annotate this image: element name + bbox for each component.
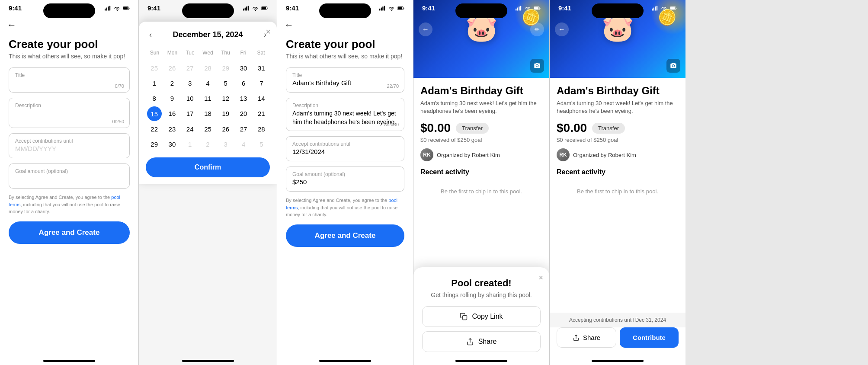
cal-cell[interactable]: 27 (235, 122, 252, 136)
goal-field-3[interactable]: Goal amount (optional) $250 (286, 166, 404, 192)
svg-rect-25 (652, 8, 653, 10)
back-button-1[interactable]: ← (7, 18, 16, 32)
accept-field-3[interactable]: Accept contributions until 12/31/2024 (286, 136, 404, 161)
cal-cell[interactable]: 5 (217, 76, 234, 90)
cal-cell[interactable]: 10 (182, 91, 199, 106)
cal-cell[interactable]: 31 (253, 61, 270, 75)
agree-create-button-1[interactable]: Agree and Create (9, 221, 130, 244)
status-bar-3: 9:41 (277, 0, 413, 14)
share-label-4: Share (478, 338, 497, 346)
cal-cell[interactable]: 1 (146, 76, 163, 90)
overlay-close-button[interactable]: × (538, 273, 543, 282)
pool-photo-button-5[interactable] (666, 59, 680, 73)
cal-cell[interactable]: 2 (199, 137, 216, 151)
cal-cell[interactable]: 24 (182, 122, 199, 136)
pool-created-overlay: × Pool created! Get things rolling by sh… (413, 267, 549, 365)
share-button-5[interactable]: Share (557, 327, 616, 348)
cal-cell[interactable]: 28 (199, 61, 216, 75)
pool-content-5: Adam's Birthday Gift Adam's turning 30 n… (550, 78, 685, 313)
svg-rect-2 (108, 6, 109, 11)
cal-cell[interactable]: 6 (235, 76, 252, 90)
pool-terms-link-1[interactable]: pool terms (9, 195, 120, 207)
back-button-3[interactable]: ← (284, 18, 294, 32)
cal-cell[interactable]: 25 (146, 61, 163, 75)
phone-1: 9:41 ← Create your pool This is what oth… (0, 0, 138, 365)
cal-cell[interactable]: 29 (217, 61, 234, 75)
description-field-1[interactable]: Description 0/250 (9, 98, 130, 128)
cal-cell[interactable]: 17 (182, 106, 199, 121)
share-button-4[interactable]: Share (422, 331, 541, 352)
cal-cell[interactable]: 4 (235, 137, 252, 151)
cal-cell[interactable]: 3 (217, 137, 234, 151)
signal-icon-4 (516, 6, 522, 11)
home-indicator-4 (413, 356, 549, 365)
description-count-1: 0/250 (112, 119, 124, 124)
pool-photo-button-4[interactable] (530, 59, 544, 73)
cal-cell[interactable]: 25 (199, 122, 216, 136)
calendar-close-button[interactable]: × (266, 27, 271, 37)
cal-cell[interactable]: 7 (253, 76, 270, 90)
status-bar-2: 9:41 (139, 0, 277, 14)
cal-cell[interactable]: 27 (182, 61, 199, 75)
cal-cell-selected[interactable]: 15 (147, 106, 162, 121)
status-icons-1 (105, 6, 130, 11)
cal-cell[interactable]: 26 (163, 61, 180, 75)
cal-cell[interactable]: 2 (163, 76, 180, 90)
transfer-button-5[interactable]: Transfer (592, 123, 625, 134)
cal-cell[interactable]: 13 (235, 91, 252, 106)
cal-cell[interactable]: 16 (163, 106, 180, 121)
title-field-3[interactable]: Title Adam's Birthday Gift 22/70 (286, 67, 404, 93)
agree-create-button-3[interactable]: Agree and Create (286, 224, 404, 247)
svg-rect-19 (517, 7, 518, 10)
transfer-button-4[interactable]: Transfer (456, 123, 489, 134)
title-value-1 (15, 79, 123, 88)
cal-cell[interactable]: 12 (217, 91, 234, 106)
cal-cell[interactable]: 9 (163, 91, 180, 106)
cal-cell[interactable]: 19 (217, 106, 234, 121)
description-field-3[interactable]: Description Adam's turning 30 next week!… (286, 98, 404, 131)
cal-cell[interactable]: 18 (199, 106, 216, 121)
phone-4: 9:41 ← 🐷 🪙 ✏ Adam's Birthday Gift Adam's… (413, 0, 549, 365)
cal-cell[interactable]: 11 (199, 91, 216, 106)
pool-amount-row-4: $0.00 Transfer (420, 121, 542, 135)
cal-cell[interactable]: 23 (163, 122, 180, 136)
goal-field-1[interactable]: Goal amount (optional) (9, 163, 130, 189)
accept-value-3: 12/31/2024 (292, 148, 398, 157)
cal-cell[interactable]: 3 (182, 76, 199, 90)
pool-terms-link-3[interactable]: pool terms (286, 198, 397, 210)
copy-icon (460, 313, 468, 320)
pool-edit-button-4[interactable]: ✏ (530, 22, 544, 36)
title-count-1: 0/70 (115, 83, 124, 89)
cal-cell[interactable]: 14 (253, 91, 270, 106)
cal-cell[interactable]: 29 (146, 137, 163, 151)
title-field-1[interactable]: Title 0/70 (9, 67, 130, 93)
cal-cell[interactable]: 30 (235, 61, 252, 75)
cal-cell[interactable]: 1 (182, 137, 199, 151)
signal-icon-2 (243, 6, 250, 11)
cal-cell[interactable]: 8 (146, 91, 163, 106)
terms-text-1: By selecting Agree and Create, you agree… (9, 194, 130, 215)
back-button-4[interactable]: ← (419, 22, 432, 36)
cal-cell[interactable]: 4 (199, 76, 216, 90)
cal-cell[interactable]: 26 (217, 122, 234, 136)
back-button-5[interactable]: ← (555, 22, 569, 36)
accept-value-1: MM/DD/YYYY (15, 145, 123, 154)
cal-cell[interactable]: 28 (253, 122, 270, 136)
contribute-button-5[interactable]: Contribute (620, 327, 679, 348)
home-bar-1 (43, 360, 95, 362)
share-icon-4 (466, 338, 474, 346)
title-label-3: Title (292, 72, 398, 78)
cal-cell[interactable]: 21 (253, 106, 270, 121)
cal-cell[interactable]: 5 (253, 137, 270, 151)
cal-cell[interactable]: 20 (235, 106, 252, 121)
cal-cell[interactable]: 30 (163, 137, 180, 151)
calendar-prev-button[interactable]: ‹ (146, 29, 155, 41)
svg-rect-1 (106, 7, 107, 10)
copy-link-button[interactable]: Copy Link (422, 306, 541, 327)
pool-organizer-4: RK Organized by Robert Kim (420, 148, 542, 161)
cal-cell[interactable]: 22 (146, 122, 163, 136)
status-icons-5 (652, 6, 677, 11)
accept-field-1[interactable]: Accept contributions until MM/DD/YYYY (9, 133, 130, 158)
calendar-confirm-button[interactable]: Confirm (146, 157, 270, 177)
svg-rect-30 (670, 7, 675, 9)
